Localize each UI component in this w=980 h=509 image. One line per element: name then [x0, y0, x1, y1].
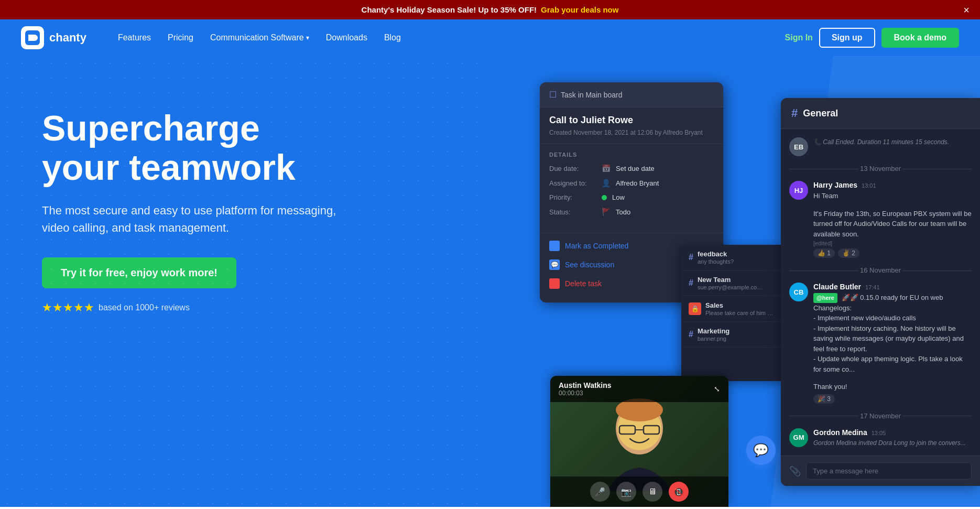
- msg-time-harry: 13:01: [862, 182, 876, 189]
- channel-name-marketing: Marketing: [698, 327, 779, 335]
- signup-button[interactable]: Sign up: [819, 28, 875, 48]
- channel-item-marketing[interactable]: # Marketing banner.png: [681, 322, 786, 348]
- avatar-hj: HJ: [789, 181, 808, 200]
- priority-value: Low: [612, 193, 625, 201]
- chat-input[interactable]: Type a message here: [806, 462, 972, 480]
- msg-reactions-claude: 🎉 3: [813, 394, 972, 404]
- video-mute-button[interactable]: 🎤: [590, 482, 610, 502]
- msg-content-gordon: Gordon Medina 13:05 Gordon Medina invite…: [813, 428, 972, 448]
- lock-icon: 🔒: [689, 302, 701, 315]
- msg-text-gordon: Gordon Medina invited Dora Long to join …: [813, 438, 972, 448]
- msg-reactions-harry: 👍 1 ✌ 2: [813, 248, 972, 258]
- channel-item-sales[interactable]: 🔒 Sales Please take care of him https:..…: [681, 296, 786, 322]
- channel-list-panel: # feedback any thoughts? # New Team sue.…: [681, 245, 786, 381]
- due-date-row: Due date: 📅 Set due date: [549, 164, 714, 172]
- msg-author-claude: Claude Butler: [813, 283, 861, 291]
- channel-info-sales: Sales Please take care of him https:...: [705, 301, 779, 316]
- hash-icon: #: [689, 253, 693, 262]
- details-heading: DETAILS: [549, 151, 714, 158]
- hero-section: Supercharge your teamwork The most secur…: [0, 56, 980, 507]
- nav-blog-link[interactable]: Blog: [384, 33, 401, 42]
- star-rating: ★★★★★ based on 1000+ reviews: [42, 301, 346, 315]
- task-details: DETAILS Due date: 📅 Set due date Assigne…: [540, 144, 723, 230]
- nav-downloads-link[interactable]: Downloads: [326, 33, 367, 42]
- rating-text: based on 1000+ reviews: [99, 303, 190, 312]
- svg-point-1: [33, 36, 37, 40]
- reaction-party[interactable]: 🎉 3: [813, 394, 835, 404]
- nav-links: Features Pricing Communication Software …: [118, 33, 785, 42]
- msg-content-harry-2: It's Friday the 13th, so European PBX sy…: [813, 209, 972, 258]
- ui-showcase: ☐ Task in Main board Call to Juliet Rowe…: [535, 67, 980, 507]
- avatar-cb: CB: [789, 283, 808, 301]
- msg-header-gordon: Gordon Medina 13:05: [813, 428, 972, 437]
- grab-deals-link[interactable]: Grab your deals now: [541, 5, 618, 14]
- chat-widget-button[interactable]: 💬: [746, 436, 776, 465]
- banner-close-button[interactable]: ×: [963, 4, 970, 16]
- nav-pricing-link[interactable]: Pricing: [168, 33, 193, 42]
- msg-text-harry-2: It's Friday the 13th, so European PBX sy…: [813, 209, 972, 240]
- channel-info-newteam: New Team sue.perry@example.com reg...: [698, 276, 779, 290]
- video-caller-info: Austin Watkins 00:00:03: [559, 381, 612, 397]
- assigned-label: Assigned to:: [549, 179, 596, 187]
- chat-header: # General: [781, 98, 980, 129]
- chevron-down-icon: ▾: [306, 34, 309, 41]
- trash-icon: 🗑: [549, 278, 560, 289]
- video-controls: 🎤 📷 🖥 📵: [550, 476, 728, 507]
- attach-icon: 📎: [789, 465, 801, 477]
- channel-name-feedback: feedback: [698, 250, 779, 258]
- channel-item-newteam[interactable]: # New Team sue.perry@example.com reg...: [681, 270, 786, 296]
- msg-content-harry-1: Harry James 13:01 Hi Team: [813, 181, 972, 201]
- channel-info-feedback: feedback any thoughts?: [698, 250, 779, 265]
- video-end-call-button[interactable]: 📵: [669, 482, 689, 502]
- channel-preview-sales: Please take care of him https:...: [705, 310, 774, 316]
- channel-item-feedback[interactable]: # feedback any thoughts?: [681, 245, 786, 270]
- hero-title: Supercharge your teamwork: [42, 109, 346, 187]
- channel-preview-newteam: sue.perry@example.com reg...: [698, 284, 766, 290]
- message-call-ended: EB 📞 Call Ended. Duration 11 minutes 15 …: [789, 137, 972, 156]
- expand-video-button[interactable]: ⤡: [714, 385, 720, 393]
- task-title: Call to Juliet Rowe: [540, 107, 723, 126]
- task-card-header: ☐ Task in Main board: [540, 82, 723, 107]
- avatar-eb: EB: [789, 137, 808, 156]
- channel-name-sales: Sales: [705, 301, 779, 309]
- reaction-thumbs[interactable]: 👍 1: [813, 248, 835, 258]
- video-screen-share-button[interactable]: 🖥: [643, 482, 662, 502]
- video-call-card: Austin Watkins 00:00:03 ⤡: [550, 376, 728, 507]
- msg-time-gordon: 13:05: [872, 430, 886, 436]
- logo-link[interactable]: chanty: [21, 26, 86, 49]
- hero-cta-button[interactable]: Try it for free, enjoy work more!: [42, 257, 236, 288]
- chat-icon: 💬: [549, 259, 560, 270]
- message-claude-1: CB Claude Butler 17:41 @here 🚀🚀 0.15.0 r…: [789, 283, 972, 374]
- video-camera-button[interactable]: 📷: [616, 482, 636, 502]
- priority-label: Priority:: [549, 193, 596, 201]
- book-demo-button[interactable]: Book a demo: [881, 28, 959, 48]
- status-value: Todo: [616, 208, 630, 216]
- msg-text-claude-2: Thank you!: [813, 382, 972, 392]
- due-date-label: Due date:: [549, 165, 596, 172]
- chat-messages-list: EB 📞 Call Ended. Duration 11 minutes 15 …: [781, 129, 980, 449]
- mention-here: @here: [813, 293, 837, 303]
- channel-name-newteam: New Team: [698, 276, 779, 284]
- due-date-value[interactable]: Set due date: [616, 165, 655, 172]
- msg-text-harry-1: Hi Team: [813, 191, 972, 201]
- hash-icon-2: #: [689, 278, 693, 288]
- nav-actions: Sign In Sign up Book a demo: [785, 28, 959, 48]
- logo-text: chanty: [49, 31, 86, 45]
- message-gordon: GM Gordon Medina 13:05 Gordon Medina inv…: [789, 428, 972, 448]
- assigned-value: Alfredo Bryant: [616, 179, 659, 187]
- call-ended-text: 📞 Call Ended. Duration 11 minutes 15 sec…: [813, 137, 972, 147]
- priority-row: Priority: Low: [549, 193, 714, 201]
- date-divider-13nov: 13 November: [789, 165, 972, 172]
- task-breadcrumb: Task in Main board: [561, 91, 623, 99]
- nav-features-link[interactable]: Features: [118, 33, 151, 42]
- msg-content-claude-1: Claude Butler 17:41 @here 🚀🚀 0.15.0 read…: [813, 283, 972, 374]
- main-nav: chanty Features Pricing Communication So…: [0, 19, 980, 56]
- flag-icon: 🚩: [602, 208, 611, 216]
- hero-content: Supercharge your teamwork The most secur…: [42, 88, 346, 315]
- msg-header-claude: Claude Butler 17:41: [813, 283, 972, 291]
- signin-link[interactable]: Sign In: [785, 33, 813, 42]
- reaction-peace[interactable]: ✌ 2: [838, 248, 859, 258]
- nav-comm-software-link[interactable]: Communication Software ▾: [210, 33, 309, 42]
- person-icon: 👤: [602, 179, 611, 187]
- task-icon: ☐: [549, 90, 557, 100]
